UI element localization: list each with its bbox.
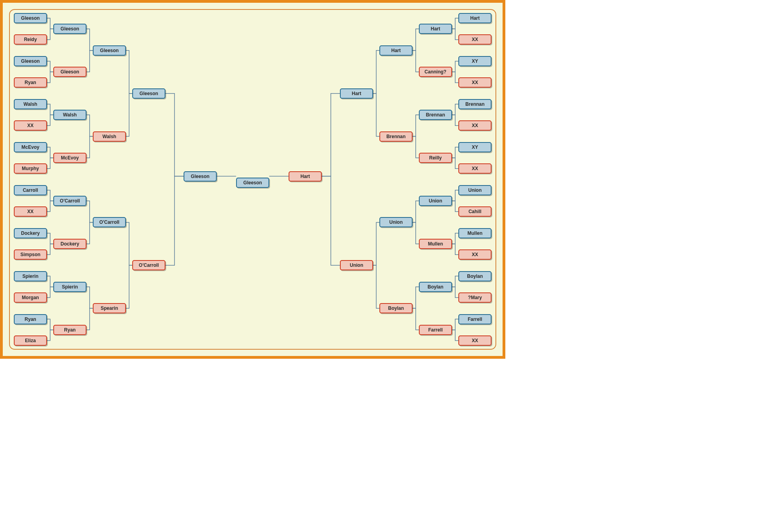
- person-box: Walsh: [93, 131, 126, 142]
- person-box: Hart: [340, 88, 373, 99]
- person-box: Reidy: [14, 34, 47, 45]
- person-box: O'Carroll: [93, 217, 126, 227]
- person-box: Boylan: [458, 271, 492, 281]
- person-box: Simpson: [14, 249, 47, 260]
- person-box: XX: [14, 120, 47, 131]
- person-box: Walsh: [14, 99, 47, 109]
- person-box: Gleeson: [184, 171, 217, 182]
- person-box: McEvoy: [14, 142, 47, 152]
- person-box: Ryan: [14, 314, 47, 324]
- person-box: Cahill: [458, 206, 492, 217]
- person-box: Boylan: [379, 303, 413, 313]
- person-box: Union: [419, 196, 452, 206]
- person-box: Gleeson: [132, 88, 165, 99]
- person-box: Boylan: [419, 282, 452, 292]
- person-box: XY: [458, 56, 492, 66]
- person-box: XX: [458, 163, 492, 174]
- person-box: Mullen: [419, 239, 452, 249]
- person-box: Farrell: [458, 314, 492, 324]
- person-box: Hart: [458, 13, 492, 23]
- person-box: Union: [340, 260, 373, 270]
- person-box: Hart: [379, 45, 413, 56]
- person-box: Gleeson: [236, 178, 269, 188]
- person-box: Eliza: [14, 335, 47, 346]
- person-box: Walsh: [53, 110, 86, 120]
- pedigree-chart: GleesonReidyGleesonRyanWalshXXMcEvoyMurp…: [0, 0, 505, 359]
- person-box: Brennan: [379, 131, 413, 142]
- person-box: McEvoy: [53, 153, 86, 163]
- person-box: Gleeson: [53, 24, 86, 34]
- person-box: Spearin: [93, 303, 126, 313]
- person-box: Ryan: [14, 77, 47, 88]
- person-box: Spierin: [14, 271, 47, 281]
- person-box: Spierin: [53, 282, 86, 292]
- person-box: Morgan: [14, 292, 47, 303]
- person-box: Mullen: [458, 228, 492, 238]
- person-box: XX: [458, 120, 492, 131]
- person-box: O'Carroll: [53, 196, 86, 206]
- person-box: Hart: [419, 24, 452, 34]
- person-box: Dockery: [14, 228, 47, 238]
- person-box: Brennan: [419, 110, 452, 120]
- person-box: ?Mary: [458, 292, 492, 303]
- person-box: Canning?: [419, 67, 452, 77]
- chart-frame: GleesonReidyGleesonRyanWalshXXMcEvoyMurp…: [9, 9, 496, 350]
- person-box: Union: [379, 217, 413, 227]
- person-box: XX: [458, 249, 492, 260]
- person-box: XX: [458, 77, 492, 88]
- person-box: XX: [458, 34, 492, 45]
- person-box: O'Carroll: [132, 260, 165, 270]
- person-box: Gleeson: [14, 56, 47, 66]
- person-box: Reilly: [419, 153, 452, 163]
- person-box: Brennan: [458, 99, 492, 109]
- person-box: Ryan: [53, 325, 86, 335]
- person-box: Carroll: [14, 185, 47, 195]
- person-box: Gleeson: [93, 45, 126, 56]
- person-box: XX: [14, 206, 47, 217]
- person-box: Murphy: [14, 163, 47, 174]
- person-box: Hart: [289, 171, 322, 182]
- person-box: Farrell: [419, 325, 452, 335]
- person-box: XX: [458, 335, 492, 346]
- person-box: Union: [458, 185, 492, 195]
- person-box: Gleeson: [53, 67, 86, 77]
- person-box: Gleeson: [14, 13, 47, 23]
- person-box: XY: [458, 142, 492, 152]
- person-box: Dockery: [53, 239, 86, 249]
